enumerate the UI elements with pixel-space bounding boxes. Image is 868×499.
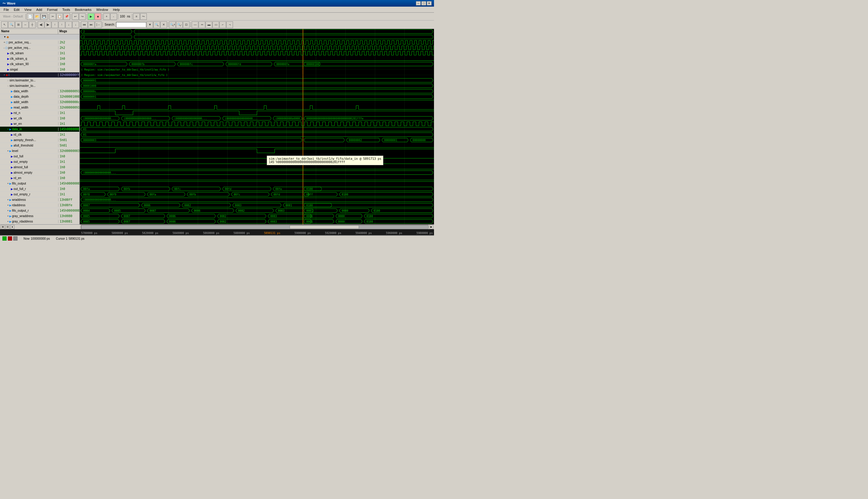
tb-signal-type3[interactable]: ▬ [206,21,212,28]
signal-row[interactable]: ▶ data_depth 32h00001000 [0,94,79,99]
tb-zoom-out[interactable]: - [110,13,117,20]
signal-row[interactable]: ▶ almost_empty 1h0 [0,170,79,175]
menu-file[interactable]: File [1,7,11,12]
tb-run[interactable]: ▶ [88,13,94,20]
tb-go-end[interactable]: ⏭ [88,21,95,28]
scroll-icon-3[interactable]: ● [10,225,14,229]
tb-signal-type5[interactable]: ⌐ [220,21,226,28]
signal-row[interactable]: + ▶ fifo_output_r 145h0000000000... [0,208,79,214]
waveform-canvas[interactable] [80,29,434,224]
menu-help[interactable]: Help [111,7,122,12]
signal-row[interactable]: ▶ out_empty 1h1 [0,159,79,165]
tb-undo[interactable]: ↩ [72,13,79,20]
signal-row[interactable]: + ▶ wraddress 13h00ff [0,197,79,203]
signal-row[interactable]: ▶ read_width 32h00000091 [0,105,79,110]
signal-row[interactable]: + ▶ rdaddress 13h00fe [0,203,79,208]
expand-icon[interactable]: + [7,204,9,207]
expand-icon[interactable]: + [7,149,9,152]
signal-row[interactable]: ○ sim:/aximaster_to... [0,83,79,89]
horizontal-scrollbar-track[interactable] [81,225,429,229]
signal-row[interactable]: ▶ rd_clk 1h1 [0,132,79,137]
menu-bookmarks[interactable]: Bookmarks [72,7,94,12]
close-button[interactable]: ✕ [427,1,432,5]
signal-row[interactable]: + ▶ level 32h00000003 [0,148,79,154]
expand-icon[interactable]: + [7,182,9,185]
wave-panel[interactable]: sim:/aximaster_to_ddr3axi_tb/inst1/w_fif… [80,29,434,224]
search-down[interactable]: ▼ [147,21,153,28]
menu-view[interactable]: View [22,7,34,12]
signal-row[interactable]: - ⬡ pre_active_req... 2h2 [0,45,79,51]
tb-fall-prev[interactable]: ↓ [65,21,72,28]
menu-window[interactable]: Window [94,7,111,12]
signal-row[interactable]: ▶ aempty_thresh... 5h01 [0,137,79,143]
signal-row[interactable]: + ▶ fifo_output 145h0000000000... [0,181,79,186]
tb-signal-type2[interactable]: ═ [199,21,205,28]
signal-row[interactable]: ▶ addr_width 32h0000000c [0,99,79,105]
tb-edge-prev[interactable]: ◀| [38,21,44,28]
tb-fall-next[interactable]: ↓ [72,21,79,28]
tb-rise-prev[interactable]: ↑ [51,21,58,28]
tb-signal-opts[interactable]: 〜 [140,13,147,20]
signal-row[interactable]: ▶ afull_threshold 5h01 [0,143,79,148]
tb-copy[interactable]: 📋 [57,13,63,20]
signal-row[interactable]: ○ sim:/aximaster_to... [0,78,79,83]
tb-zoom-fit[interactable]: ⊞ [15,21,22,28]
tb-open[interactable]: 📂 [34,13,40,20]
menu-format[interactable]: Format [45,7,60,12]
tb-select[interactable]: ↖ [1,21,8,28]
expand-icon[interactable]: + [4,74,5,76]
signal-row[interactable]: ▶ out_full_r 1h0 [0,186,79,192]
tb-save[interactable]: 💾 [41,13,47,20]
signal-row[interactable]: ▶ clk_sdram_90 1h0 [0,61,79,67]
status-icon-gray[interactable] [13,236,17,241]
expand-icon[interactable]: + [7,128,9,131]
scroll-icon-2[interactable]: ⊟ [5,225,10,229]
signal-row[interactable]: ▶ clk_sdram_q 1h0 [0,56,79,61]
tb-cut[interactable]: ✂ [49,13,56,20]
signal-row[interactable]: ▶ wr_en 1h1 [0,121,79,126]
tb-redo[interactable]: ↪ [79,13,86,20]
signal-row[interactable]: ▶ out_empty_r 1h1 [0,192,79,197]
tb-zoom-full[interactable]: ⊡ [183,21,189,28]
status-icon-red[interactable] [8,236,12,241]
signal-row[interactable]: ▶ rd_en 1h0 [0,175,79,181]
search-input[interactable] [116,22,146,27]
expand-icon[interactable]: + [7,198,9,201]
horizontal-scrollbar[interactable]: ⊞ ⊟ ● ▶ [0,224,434,229]
signal-row[interactable]: ▶ clk_sdram 1h1 [0,51,79,56]
maximize-button[interactable]: □ [421,1,426,5]
signal-row[interactable]: ▶ wr_clk 1h0 [0,116,79,121]
tb-new[interactable]: 📄 [27,13,34,20]
search-clear[interactable]: ✕ [160,21,167,28]
tb-zoom-in[interactable]: + [103,13,110,20]
signal-row[interactable]: + ◆ i 32h000000ff [0,72,79,78]
scroll-right-btn[interactable]: ▶ [429,225,433,229]
signal-row[interactable]: + ▶ gray_wraddress 13h0080 [0,214,79,219]
expand-icon[interactable]: + [7,220,9,223]
tb-go-start[interactable]: ⏮ [81,21,88,28]
tb-measure[interactable]: ↔ [22,21,29,28]
tb-zoom-reg[interactable]: 🔍 [8,21,15,28]
tb-signal-type4[interactable]: ▭ [212,21,219,28]
tb-edge-next[interactable]: |▶ [45,21,51,28]
signal-row[interactable]: ▶ singal 1h0 [0,67,79,72]
minimize-button[interactable]: ─ [416,1,421,5]
signal-row[interactable]: ▶ out_full 1h0 [0,154,79,159]
tb-signal-type1[interactable]: — [192,21,198,28]
tb-zoom-in-wave[interactable]: 🔍+ [169,21,176,28]
signal-row[interactable]: ▼ ◆ [0,34,79,40]
menu-tools[interactable]: Tools [60,7,73,12]
tb-wave-options[interactable]: ≡ [133,13,140,20]
horizontal-scrollbar-thumb[interactable] [290,225,359,229]
search-find[interactable]: 🔍 [153,21,160,28]
expand-icon[interactable]: - [4,46,4,49]
expand-icon[interactable]: ▼ [4,36,6,38]
tb-stop[interactable]: ■ [95,13,101,20]
tb-signal-type6[interactable]: ¬ [226,21,233,28]
signal-row[interactable]: ▶ almost_full 1h0 [0,165,79,170]
tb-go-cursor[interactable]: |→ [95,21,102,28]
expand-icon[interactable]: + [7,215,9,217]
tb-rise-next[interactable]: ↑ [59,21,65,28]
signal-row[interactable]: ▶ rst_n 1h1 [0,110,79,116]
signal-row[interactable]: + ▶ data_in 145h0000000000... [0,126,79,132]
